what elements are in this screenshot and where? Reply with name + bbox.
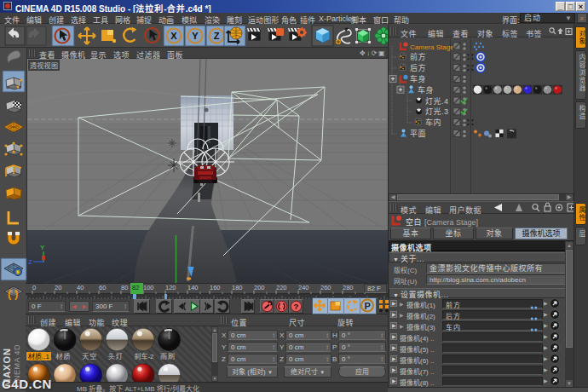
svg-text:灯光.4: 灯光.4 [425,96,449,106]
svg-text:( ): ( ) [8,287,18,300]
svg-text:材质: 材质 [56,352,72,360]
svg-text:120: 120 [165,284,176,291]
svg-text:0: 0 [32,284,36,291]
svg-text:后方: 后方 [410,63,426,72]
svg-text:280: 280 [343,284,354,291]
svg-text:平面: 平面 [410,130,426,138]
svg-text:160: 160 [210,284,221,291]
svg-text:头灯: 头灯 [108,352,124,360]
svg-text:前方: 前方 [410,52,426,61]
svg-text:260: 260 [320,284,331,291]
svg-text:Z: Z [214,31,220,41]
svg-text:P: P [365,301,371,311]
svg-text:材质..1: 材质..1 [28,352,49,360]
svg-text:刹车-2: 刹车-2 [134,352,154,360]
svg-text:车身: 车身 [418,85,434,95]
svg-text:Y: Y [40,244,45,251]
svg-text:X: X [170,31,177,41]
svg-text:Camera Stage: Camera Stage [410,43,454,51]
svg-text:车身: 车身 [410,74,426,84]
svg-text:60: 60 [99,284,106,291]
svg-text:天空: 天空 [82,352,97,360]
svg-text:Y: Y [192,31,199,41]
svg-text:灯光.3: 灯光.3 [425,107,449,116]
svg-text:140: 140 [187,284,199,291]
svg-text:?: ? [294,302,299,311]
svg-text:80: 80 [121,284,128,291]
svg-text:车内: 车内 [425,118,441,127]
svg-text:220: 220 [276,284,287,291]
svg-text:20: 20 [55,284,61,291]
svg-text:82: 82 [132,284,139,291]
svg-text:100: 100 [143,284,154,291]
svg-text:Z: Z [28,258,32,266]
svg-text:40: 40 [77,284,84,291]
svg-text:240: 240 [298,284,309,291]
svg-text:200: 200 [254,284,265,291]
svg-text:雨刷: 雨刷 [160,353,176,360]
svg-text:180: 180 [232,284,243,291]
